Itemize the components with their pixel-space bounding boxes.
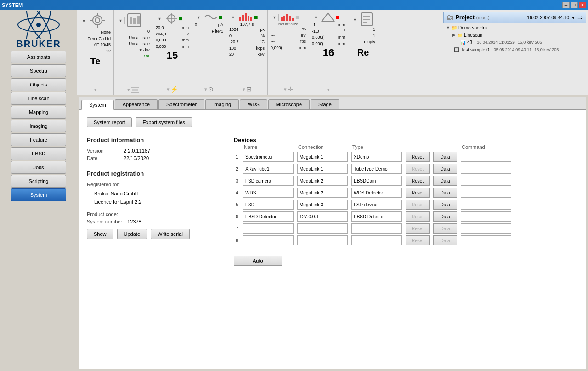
device-command-input-7[interactable] [461,223,511,234]
device-connection-input-5[interactable] [297,200,348,210]
device-name-input-8[interactable] [243,235,294,245]
sidebar-item-objects[interactable]: Objects [11,78,66,91]
reset-button-2[interactable]: Reset [406,164,430,174]
toolbar-beam-chevron[interactable]: ▾ [156,15,164,22]
microscope-data: None DemoCo Ltd AF-10/45 12 [80,29,111,54]
device-connection-input-8[interactable] [297,235,348,245]
device-command-input-6[interactable] [461,211,511,222]
device-type-input-3[interactable] [351,176,402,186]
device-connection-input-2[interactable] [297,164,348,174]
device-type-input-8[interactable] [351,235,402,245]
reset-button-1[interactable]: Reset [406,152,430,162]
device-command-input-8[interactable] [461,235,511,245]
minimize-button[interactable]: ─ [562,2,570,8]
maximize-button[interactable]: □ [571,2,578,8]
device-name-input-6[interactable] [243,211,294,222]
row-reset-3: Reset [404,175,431,187]
device-name-input-5[interactable] [243,200,294,210]
sidebar-item-mapping[interactable]: Mapping [11,106,66,119]
toolbar-spectrum-chevron[interactable]: ▾ [229,14,237,21]
data-button-5[interactable]: Data [433,200,457,210]
device-connection-input-3[interactable] [297,176,348,186]
device-name-input-2[interactable] [243,164,294,174]
device-connection-input-6[interactable] [297,211,348,222]
device-name-input-1[interactable] [243,152,294,162]
auto-button-container: Auto [234,250,513,266]
data-button-6[interactable]: Data [433,211,457,222]
tab-wds[interactable]: WDS [240,99,267,109]
reset-button-5[interactable]: Reset [406,200,430,210]
system-report-button[interactable]: System report [87,117,132,127]
row-data-8: Data [431,234,459,246]
auto-button[interactable]: Auto [234,256,282,266]
reset-button-8[interactable]: Reset [406,235,430,245]
stage-icon [321,12,335,22]
toolbar-eds: ▾ ■ Not initialize [268,10,309,95]
device-connection-input-1[interactable] [297,152,348,162]
reset-button-6[interactable]: Reset [406,211,430,222]
reset-button-7[interactable]: Reset [406,223,430,234]
sidebar-item-feature[interactable]: Feature [11,133,66,146]
left-column: Product information Version 2.2.0.11167 … [87,137,215,266]
toolbar-current: ▾ ■ 0μA Filter1 ▾ ⊙ [192,10,226,95]
tab-imaging[interactable]: Imaging [205,99,239,109]
device-name-input-7[interactable] [243,223,294,234]
toolbar-microscope-chevron[interactable]: ▾ [80,17,88,24]
row-name-8 [241,234,295,246]
show-button[interactable]: Show [87,229,113,239]
data-button-4[interactable]: Data [433,188,457,198]
data-button-2[interactable]: Data [433,164,457,174]
data-button-7[interactable]: Data [433,223,457,234]
device-command-input-2[interactable] [461,164,511,174]
close-button[interactable]: ✕ [579,2,586,8]
row-command-2 [459,163,513,175]
sidebar-item-assistants[interactable]: Assistants [11,51,66,63]
tab-stage[interactable]: Stage [311,99,339,109]
data-button-3[interactable]: Data [433,176,457,186]
reset-button-4[interactable]: Reset [406,188,430,198]
device-type-input-4[interactable] [351,188,402,198]
device-name-input-3[interactable] [243,176,294,186]
tab-spectrometer[interactable]: Spectrometer [158,99,204,109]
toolbar-report-chevron[interactable]: ▾ [351,16,359,23]
toolbar-detector-chevron[interactable]: ▾ [117,17,125,24]
data-button-8[interactable]: Data [433,235,457,245]
device-command-input-1[interactable] [461,152,511,162]
toolbar-stage-chevron[interactable]: ▾ [312,14,320,21]
project-arrow-right[interactable]: ⇒ [577,14,583,21]
device-connection-input-4[interactable] [297,188,348,198]
device-type-input-1[interactable] [351,152,402,162]
device-command-input-4[interactable] [461,188,511,198]
sidebar-item-system[interactable]: System [11,188,66,201]
tree-item-demo-spectra[interactable]: ▼ 📁 Demo spectra [445,24,586,31]
sidebar-item-imaging[interactable]: Imaging [11,120,66,132]
toolbar-current-chevron[interactable]: ▾ [195,14,203,21]
sidebar-item-linescan[interactable]: Line scan [11,92,66,105]
toolbar-eds-chevron[interactable]: ▾ [271,14,279,21]
sidebar-item-jobs[interactable]: Jobs [11,161,66,174]
sidebar-item-spectra[interactable]: Spectra [11,64,66,77]
sidebar-item-ebsd[interactable]: EBSD [11,147,66,160]
device-type-input-5[interactable] [351,200,402,210]
project-dropdown[interactable]: ▼ [571,15,576,20]
data-button-1[interactable]: Data [433,152,457,162]
tree-item-43[interactable]: 📊 43 16.04.2014 11:01:29 15,0 keV 205 [445,39,586,46]
sidebar-item-scripting[interactable]: Scripting [11,175,66,188]
tab-system[interactable]: System [81,100,114,110]
device-name-input-4[interactable] [243,188,294,198]
device-connection-input-7[interactable] [297,223,348,234]
svg-rect-20 [242,15,244,21]
tree-item-test-sample[interactable]: 🔲 Test sample 0 05.05.2014 09:40:11 15,0… [445,46,586,53]
reset-button-3[interactable]: Reset [406,176,430,186]
write-serial-button[interactable]: Write serial [151,229,190,239]
tree-item-linescan[interactable]: ▶ 📁 Linescan [445,31,586,39]
update-button[interactable]: Update [117,229,147,239]
export-files-button[interactable]: Export system files [136,117,192,127]
device-type-input-7[interactable] [351,223,402,234]
device-type-input-6[interactable] [351,211,402,222]
device-type-input-2[interactable] [351,164,402,174]
device-command-input-3[interactable] [461,176,511,186]
tab-microscope[interactable]: Microscope [268,99,310,109]
device-command-input-5[interactable] [461,200,511,210]
tab-appearance[interactable]: Appearance [115,99,158,109]
